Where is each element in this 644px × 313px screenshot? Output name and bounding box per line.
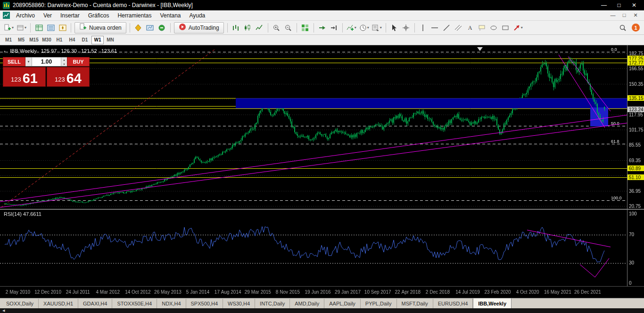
new-chart-button[interactable] [2, 22, 15, 33]
timeframe-m15[interactable]: M15 [28, 36, 40, 44]
toolbar-groups: Nueva ordenAutoTradingA [2, 22, 524, 33]
templates-button[interactable] [371, 22, 383, 33]
vertical-line-button[interactable] [417, 22, 429, 33]
toolbar: Nueva ordenAutoTradingA 1 [0, 21, 644, 35]
chart-tab-amd-daily[interactable]: AMD,Daily [290, 299, 324, 308]
quick-search-button[interactable] [617, 22, 628, 33]
trendline-button[interactable] [441, 22, 453, 33]
volume-up-icon[interactable]: ▴ [61, 58, 67, 62]
chart-tab-spx500-h4[interactable]: SPX500,H4 [186, 299, 223, 308]
cursor-button[interactable] [388, 22, 400, 33]
toolbar-separator [130, 23, 130, 33]
volume-down-icon[interactable]: ▾ [61, 62, 67, 66]
autotrading-button[interactable]: AutoTrading [174, 22, 224, 33]
notification-badge[interactable]: 1 [632, 24, 640, 32]
strategy-tester-button[interactable] [144, 22, 156, 33]
tile-windows-button[interactable] [299, 22, 311, 33]
text-button[interactable]: A [464, 22, 476, 33]
timeframe-h4[interactable]: H4 [66, 36, 78, 44]
metaeditor-button[interactable] [132, 22, 144, 33]
toolbar-right: 1 [617, 22, 642, 33]
maximize-button[interactable]: □ [614, 2, 624, 8]
window-title: 2089058860: Darwinex-Demo - Cuenta demo … [13, 2, 599, 8]
toolbar-separator [342, 23, 343, 33]
timeframe-mn[interactable]: MN [104, 36, 116, 44]
chart-tab-aapl-daily[interactable]: AAPL,Daily [324, 299, 361, 308]
menu-ver[interactable]: Ver [39, 11, 56, 20]
zoom-out-button[interactable] [282, 22, 294, 33]
candlestick-mode-button[interactable] [242, 22, 254, 33]
data-window-button[interactable] [45, 22, 57, 33]
chart-shift-button[interactable] [328, 22, 340, 33]
volume-stepper[interactable]: ▾ 1.00 ▴ ▾ [25, 57, 67, 66]
chart-tab-gdaxi-h4[interactable]: GDAXI,H4 [78, 299, 112, 308]
chart-tab-msft-daily[interactable]: MSFT,Daily [397, 299, 433, 308]
timeframe-m30[interactable]: M30 [41, 36, 53, 44]
chart-tab-ndx-h4[interactable]: NDX,H4 [157, 299, 186, 308]
timeframe-m5[interactable]: M5 [15, 36, 27, 44]
rectangle-button[interactable] [500, 22, 512, 33]
chart-tab-intc-daily[interactable]: INTC,Daily [255, 299, 290, 308]
channel-button[interactable] [453, 22, 464, 33]
price-chart-canvas[interactable] [0, 45, 644, 298]
child-minimize-button[interactable]: — [609, 12, 617, 18]
chart-tab-ibb-weekly[interactable]: IBB,Weekly [473, 298, 512, 308]
chart-tab-ws30-h4[interactable]: WS30,H4 [223, 299, 255, 308]
buy-button[interactable]: BUY [67, 57, 90, 66]
chart-tab-stoxx50e-h4[interactable]: STOXX50E,H4 [112, 299, 157, 308]
toolbar-separator [30, 23, 31, 33]
new-order-button[interactable]: Nueva orden [74, 22, 126, 33]
app-icon [3, 2, 10, 9]
profiles-button[interactable] [15, 22, 28, 33]
autotrading-button-label: AutoTrading [189, 25, 219, 31]
timeframe-d1[interactable]: D1 [79, 36, 91, 44]
sell-button[interactable]: SELL [3, 57, 25, 66]
market-watch-button[interactable] [33, 22, 45, 33]
navigator-button[interactable] [57, 22, 68, 33]
new-order-button-label: Nueva orden [89, 25, 122, 31]
timeframe-h1[interactable]: H1 [53, 36, 66, 44]
menu-insertar[interactable]: Insertar [56, 11, 84, 20]
menu-ayuda[interactable]: Ayuda [185, 11, 209, 20]
indicators-button[interactable] [345, 22, 358, 33]
periods-button[interactable] [358, 22, 371, 33]
text-label-button[interactable] [476, 22, 488, 33]
bar-chart-mode-button[interactable] [230, 22, 242, 33]
chart-tab-xauusd-h1[interactable]: XAUUSD,H1 [39, 299, 78, 308]
menu-ventana[interactable]: Ventana [156, 11, 185, 20]
chart-tab-eurusd-h4[interactable]: EURUSD,H4 [433, 299, 473, 308]
sell-price-display[interactable]: 123 61 [3, 67, 46, 87]
minimize-button[interactable]: — [599, 2, 609, 8]
timeframe-m1[interactable]: M1 [2, 36, 15, 44]
zoom-in-button[interactable] [271, 22, 282, 33]
menu-herramientas[interactable]: Herramientas [113, 11, 156, 20]
menu-bar: ArchivoVerInsertarGráficosHerramientasVe… [0, 10, 644, 21]
child-close-button[interactable]: ✕ [632, 12, 639, 18]
one-click-trading-panel: SELL ▾ 1.00 ▴ ▾ BUY 123 61 123 64 [3, 57, 90, 87]
crosshair-button[interactable] [400, 22, 412, 33]
buy-price-display[interactable]: 123 64 [47, 67, 90, 87]
line-chart-mode-button[interactable] [254, 22, 265, 33]
timeframe-w1[interactable]: W1 [91, 36, 104, 44]
buy-price-small: 123 [55, 76, 65, 84]
close-button[interactable]: ✕ [629, 2, 639, 8]
volume-value[interactable]: 1.00 [32, 58, 61, 66]
ellipse-button[interactable] [488, 22, 500, 33]
chart-tab-bar: SOXX,DailyXAUUSD,H1GDAXI,H4STOXX50E,H4ND… [0, 298, 644, 308]
alerts-button[interactable] [156, 22, 168, 33]
window-controls: — □ ✕ [599, 2, 639, 8]
menu-archivo[interactable]: Archivo [12, 11, 39, 20]
play-icon [179, 23, 186, 32]
auto-scroll-button[interactable] [316, 22, 328, 33]
chart-window-icon[interactable] [3, 12, 10, 19]
volume-spinner[interactable]: ▴ ▾ [61, 58, 67, 66]
child-restore-button[interactable]: □ [620, 12, 628, 18]
toolbar-separator [414, 23, 415, 33]
horizontal-line-button[interactable] [429, 22, 441, 33]
arrows-button[interactable] [512, 22, 524, 33]
chart-tab-pypl-daily[interactable]: PYPL,Daily [361, 299, 397, 308]
chart-tab-soxx-daily[interactable]: SOXX,Daily [1, 299, 39, 308]
menu-grficos[interactable]: Gráficos [84, 11, 114, 20]
scroll-left-icon[interactable]: ◀ [2, 309, 5, 313]
volume-dropdown-icon[interactable]: ▾ [25, 58, 32, 66]
